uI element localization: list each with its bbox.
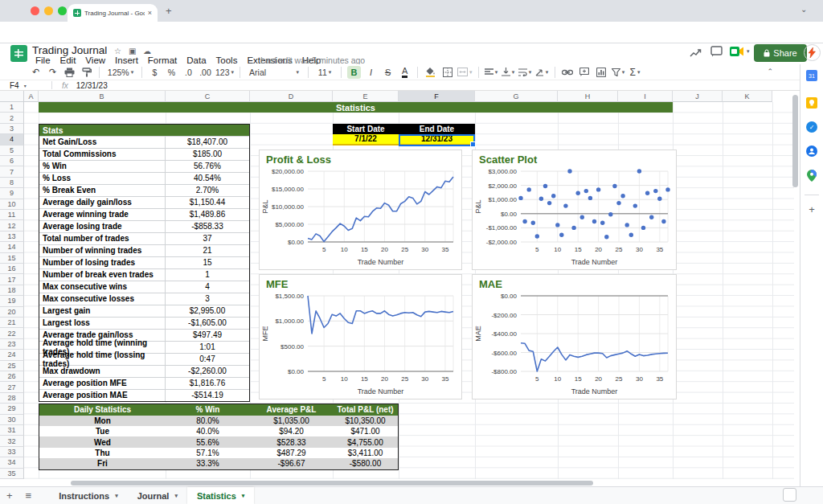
move-folder-icon[interactable]: ▣ bbox=[129, 47, 136, 55]
stats-label-cell[interactable]: % Win bbox=[39, 161, 166, 172]
daily-cell[interactable]: Fri bbox=[39, 458, 166, 469]
functions-button[interactable]: Σ▾ bbox=[629, 66, 642, 79]
calendar-icon[interactable]: 31 bbox=[805, 69, 818, 82]
borders-button[interactable] bbox=[440, 66, 454, 79]
mae-chart[interactable]: -$800.00-$600.00-$400.00-$200.00$0.00510… bbox=[472, 274, 677, 400]
print-icon[interactable] bbox=[63, 66, 76, 79]
stats-value-cell[interactable]: -$858.33 bbox=[166, 221, 249, 232]
stats-value-cell[interactable]: 37 bbox=[166, 233, 249, 244]
stats-label-cell[interactable]: % Loss bbox=[39, 173, 166, 184]
format-percent-icon[interactable]: % bbox=[165, 66, 178, 79]
start-date-cell[interactable]: 7/1/22 bbox=[333, 134, 399, 145]
daily-cell[interactable]: $471.00 bbox=[333, 426, 398, 436]
row-header-13[interactable]: 13 bbox=[0, 232, 24, 242]
stats-value-cell[interactable]: $1,489.86 bbox=[166, 209, 249, 220]
stats-label-cell[interactable]: Average position MFE bbox=[39, 378, 166, 389]
daily-cell[interactable]: Thu bbox=[39, 448, 166, 458]
daily-header-cell[interactable]: Average P&L bbox=[250, 404, 333, 415]
horizontal-align-button[interactable]: ▾ bbox=[485, 66, 498, 79]
italic-button[interactable]: I bbox=[364, 66, 378, 79]
sheet-tab-instructions[interactable]: Instructions▾ bbox=[49, 487, 127, 504]
row-header-32[interactable]: 32 bbox=[0, 436, 24, 446]
stats-label-cell[interactable]: Average winning trade bbox=[39, 209, 166, 220]
font-select[interactable]: Arial▾ bbox=[246, 66, 302, 79]
row-header-27[interactable]: 27 bbox=[0, 382, 24, 392]
column-header-I[interactable]: I bbox=[618, 91, 673, 102]
column-header-F[interactable]: F bbox=[399, 91, 475, 102]
stats-value-cell[interactable]: 56.76% bbox=[166, 161, 249, 172]
get-addons-icon[interactable]: + bbox=[805, 203, 818, 215]
column-header-E[interactable]: E bbox=[333, 91, 399, 102]
row-header-21[interactable]: 21 bbox=[0, 318, 24, 328]
stats-label-cell[interactable]: Total number of trades bbox=[39, 233, 166, 244]
daily-cell[interactable]: 57.1% bbox=[166, 448, 250, 458]
mfe-chart[interactable]: $0.00$500.00$1,000.00$1,500.005101520253… bbox=[259, 274, 462, 400]
daily-cell[interactable]: Tue bbox=[39, 426, 166, 436]
sheet-tab-journal[interactable]: Journal▾ bbox=[128, 487, 187, 504]
font-size-select[interactable]: 11▾ bbox=[314, 66, 335, 79]
scatter-plot-chart[interactable]: -$2,000.00-$1,000.00$0.00$1,000.00$2,000… bbox=[472, 150, 677, 270]
text-rotation-button[interactable]: ▾ bbox=[535, 66, 549, 79]
row-header-15[interactable]: 15 bbox=[0, 253, 24, 264]
stats-label-cell[interactable]: Max consecutive losses bbox=[39, 293, 166, 305]
name-box[interactable]: F4▾ bbox=[0, 81, 51, 90]
vertical-scrollbar[interactable] bbox=[792, 95, 798, 187]
row-header-11[interactable]: 11 bbox=[0, 210, 24, 220]
stats-value-cell[interactable]: $2,995.00 bbox=[166, 305, 249, 317]
stats-value-cell[interactable]: 15 bbox=[166, 257, 249, 268]
column-header-A[interactable]: A bbox=[24, 91, 39, 102]
stats-label-cell[interactable]: Number of losing trades bbox=[39, 257, 166, 268]
daily-cell[interactable]: $3,411.00 bbox=[333, 448, 398, 458]
stats-value-cell[interactable]: 3 bbox=[166, 293, 249, 305]
daily-cell[interactable]: 40.0% bbox=[166, 426, 250, 436]
start-date-header-cell[interactable]: Start Date bbox=[333, 124, 399, 134]
redo-icon[interactable]: ↷ bbox=[46, 66, 59, 79]
row-header-22[interactable]: 22 bbox=[0, 328, 24, 338]
column-header-C[interactable]: C bbox=[166, 91, 250, 102]
stats-label-cell[interactable]: Total Commissions bbox=[39, 149, 166, 160]
row-header-26[interactable]: 26 bbox=[0, 371, 24, 382]
stats-value-cell[interactable]: -$1,605.00 bbox=[166, 318, 249, 329]
stats-value-cell[interactable]: 40.54% bbox=[166, 173, 249, 184]
row-header-28[interactable]: 28 bbox=[0, 393, 24, 404]
stats-value-cell[interactable]: 2.70% bbox=[166, 185, 249, 196]
daily-cell[interactable]: $10,350.00 bbox=[333, 416, 398, 426]
chevron-down-icon[interactable]: ⌄ bbox=[800, 5, 807, 14]
end-date-header-cell[interactable]: End Date bbox=[399, 124, 475, 134]
stats-value-cell[interactable]: 21 bbox=[166, 245, 249, 256]
zoom-select[interactable]: 125%▾ bbox=[105, 66, 136, 79]
stats-label-cell[interactable]: Max consecutive wins bbox=[39, 281, 166, 293]
daily-cell[interactable]: Wed bbox=[39, 436, 166, 447]
stats-label-cell[interactable]: Average position MAE bbox=[39, 390, 166, 401]
daily-cell[interactable]: Mon bbox=[39, 416, 166, 426]
new-tab-button[interactable]: + bbox=[166, 5, 172, 17]
all-sheets-icon[interactable]: ≡ bbox=[26, 490, 32, 502]
column-header-H[interactable]: H bbox=[558, 91, 618, 102]
stats-value-cell[interactable]: $18,407.00 bbox=[166, 137, 249, 148]
strikethrough-button[interactable]: S bbox=[381, 66, 395, 79]
daily-cell[interactable]: 33.3% bbox=[166, 458, 250, 469]
row-header-7[interactable]: 7 bbox=[0, 166, 24, 177]
daily-cell[interactable]: -$96.67 bbox=[250, 458, 333, 469]
stats-label-cell[interactable]: Largest loss bbox=[39, 318, 166, 329]
window-close-button[interactable] bbox=[31, 6, 39, 15]
stats-value-cell[interactable]: 4 bbox=[166, 281, 249, 293]
explore-icon[interactable] bbox=[783, 488, 796, 502]
cells-area[interactable]: Statistics Stats Net Gain/Loss$18,407.00… bbox=[24, 102, 794, 480]
row-header-6[interactable]: 6 bbox=[0, 156, 24, 166]
stats-value-cell[interactable]: 1 bbox=[166, 269, 249, 281]
row-header-30[interactable]: 30 bbox=[0, 415, 24, 425]
row-header-17[interactable]: 17 bbox=[0, 274, 24, 285]
insert-link-icon[interactable] bbox=[561, 66, 575, 79]
bold-button[interactable]: B bbox=[347, 66, 361, 79]
row-header-2[interactable]: 2 bbox=[0, 113, 24, 123]
document-title[interactable]: Trading Journal bbox=[32, 44, 107, 56]
window-zoom-button[interactable] bbox=[58, 6, 67, 15]
row-header-14[interactable]: 14 bbox=[0, 242, 24, 252]
text-color-button[interactable]: A bbox=[398, 66, 412, 79]
stats-label-cell[interactable]: Number of winning trades bbox=[39, 245, 166, 256]
row-header-35[interactable]: 35 bbox=[0, 469, 24, 479]
vertical-align-button[interactable]: ▾ bbox=[502, 66, 515, 79]
stats-label-cell[interactable]: Net Gain/Loss bbox=[39, 137, 166, 148]
select-all-corner[interactable] bbox=[0, 91, 24, 102]
